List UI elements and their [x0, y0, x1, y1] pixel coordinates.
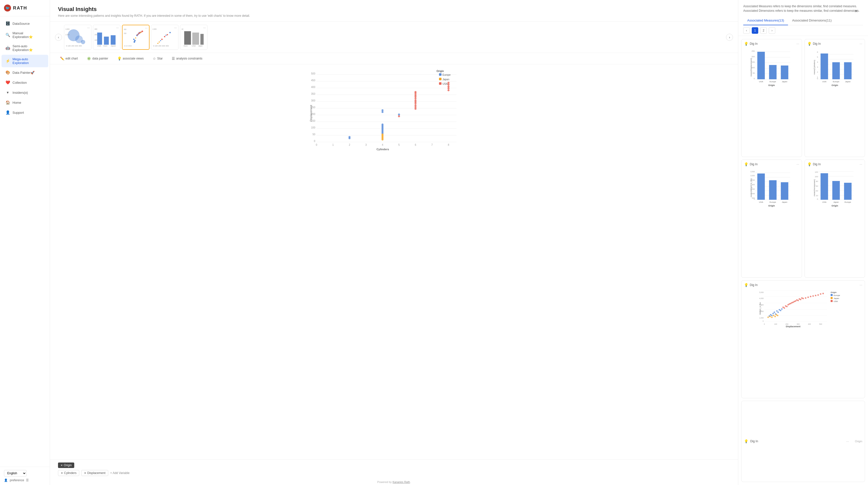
dig-card-2-header: 💡 Dig In — [807, 42, 863, 46]
thumbnail-4[interactable]: 0 100 200 300 400 2,000 ··· — [151, 25, 179, 50]
dig-icon-2: 💡 — [807, 42, 811, 46]
page-1-button[interactable]: 1 — [752, 27, 758, 34]
thumbnail-5[interactable]: Euro USA Japan 10 ··· — [180, 25, 208, 50]
svg-point-262 — [807, 297, 809, 298]
svg-text:4,000: 4,000 — [65, 28, 70, 30]
svg-text:0: 0 — [754, 198, 755, 200]
thumb-4-dots[interactable]: ··· — [174, 26, 177, 30]
panel-tabs: Associated Measures(13) Associated Dimen… — [743, 16, 863, 25]
collection-icon: ❤️ — [5, 80, 10, 85]
pagination-next-button[interactable]: › — [769, 27, 775, 34]
svg-text:1,000: 1,000 — [750, 193, 755, 194]
dig-card-3-menu[interactable]: ··· — [797, 162, 799, 166]
svg-text:80: 80 — [816, 180, 818, 182]
svg-text:5,000: 5,000 — [759, 292, 764, 293]
tab-associated-dimensions[interactable]: Associated Dimensions(11) — [788, 16, 836, 25]
dig-card-4-menu[interactable]: ··· — [860, 162, 862, 166]
svg-text:3,000: 3,000 — [759, 304, 764, 306]
svg-text:Euro: Euro — [103, 45, 107, 47]
sidebar-item-megaauto[interactable]: ⚡ Mega-auto Exploration — [1, 55, 48, 67]
svg-point-272 — [796, 299, 798, 301]
svg-point-247 — [771, 316, 773, 318]
svg-point-22 — [138, 32, 140, 34]
next-thumb-button[interactable]: › — [726, 34, 733, 41]
thumbnail-3[interactable]: 0 2 4 6 8 400 200 ··· — [122, 25, 150, 50]
thumb-5-dots[interactable]: ··· — [203, 26, 206, 30]
svg-rect-79 — [439, 73, 441, 76]
sidebar-item-datasource[interactable]: 🗄️ DataSource — [1, 19, 48, 28]
svg-point-106 — [414, 99, 416, 101]
thumbnail-2[interactable]: USA Euro Japan 400 200 100 ··· — [93, 25, 121, 50]
pagination-prev-button[interactable]: ‹ — [743, 27, 750, 34]
svg-text:Europe: Europe — [770, 201, 776, 203]
kanaries-link[interactable]: Kanaries Rath — [393, 481, 410, 484]
displacement-tag-label: Displacement — [87, 471, 105, 475]
dig-card-5-menu[interactable]: ··· — [860, 283, 862, 287]
svg-point-26 — [135, 37, 136, 38]
dig-card-3: 💡 Dig In ··· Origin mean(Weight_in_lbs) … — [741, 159, 802, 277]
thumb-1-dots[interactable]: ··· — [87, 26, 90, 30]
sidebar-item-datapainter[interactable]: 🎨 Data Painter🚀 — [1, 68, 48, 77]
panel-close-button[interactable]: ✕ — [853, 8, 859, 14]
svg-point-30 — [157, 43, 158, 44]
dig-card-1-menu[interactable]: ··· — [797, 42, 799, 46]
origin-tag[interactable]: ✕ Origin — [58, 462, 74, 468]
svg-text:USA: USA — [822, 81, 827, 83]
svg-text:6: 6 — [817, 51, 818, 53]
sidebar-item-collection[interactable]: ❤️ Collection — [1, 78, 48, 87]
svg-point-244 — [781, 308, 783, 310]
tab-associated-measures[interactable]: Associated Measures(13) — [743, 16, 788, 25]
associate-views-icon: 💡 — [117, 57, 122, 61]
thumb-2-dots[interactable]: ··· — [116, 26, 119, 30]
svg-point-242 — [779, 309, 780, 310]
sidebar-item-semiauto[interactable]: 🤖 Semi-auto Exploration⭐ — [1, 42, 48, 54]
data-painter-label: data painter — [92, 57, 108, 60]
svg-text:500: 500 — [311, 72, 315, 75]
language-select[interactable]: English — [4, 470, 27, 477]
svg-text:USA: USA — [822, 201, 827, 203]
svg-text:Euro: Euro — [184, 45, 188, 47]
sidebar-item-insiders[interactable]: ▾ Insiders(α) — [1, 88, 48, 97]
svg-text:450: 450 — [311, 79, 315, 82]
svg-point-252 — [782, 306, 784, 308]
svg-text:100: 100 — [774, 323, 777, 325]
svg-rect-210 — [831, 297, 833, 299]
displacement-remove-icon[interactable]: ✕ — [84, 472, 86, 475]
main-chart: Displacement 0 50 100 150 200 250 300 35… — [58, 68, 730, 153]
add-variable-button[interactable]: + Add Variable — [110, 471, 130, 475]
svg-point-2 — [81, 40, 85, 44]
sidebar-item-manual[interactable]: 🔍 Manual Exploration⭐ — [1, 29, 48, 41]
edit-chart-button[interactable]: ✏️ edit chart — [58, 56, 80, 61]
svg-point-109 — [414, 94, 416, 96]
origin-remove-icon[interactable]: ✕ — [61, 464, 63, 467]
megaauto-icon: ⚡ — [5, 59, 10, 63]
prev-thumb-button[interactable]: ‹ — [55, 34, 62, 41]
svg-point-238 — [774, 311, 775, 313]
dig-card-2-menu[interactable]: ··· — [860, 42, 862, 46]
svg-text:500: 500 — [819, 323, 822, 325]
svg-text:Europe: Europe — [833, 81, 839, 83]
displacement-tag[interactable]: ✕ Displacement — [81, 470, 108, 476]
datapainter-icon: 🎨 — [5, 70, 10, 75]
cylinders-remove-icon[interactable]: ✕ — [61, 472, 63, 475]
user-icon: 👤 — [4, 479, 8, 482]
sidebar-item-support[interactable]: 👤 Support — [1, 108, 48, 117]
dig-card-4-chart: Origin mean(Horsepower) 120 100 80 60 40… — [807, 168, 863, 208]
sidebar-item-home[interactable]: 🏠 Home — [1, 98, 48, 107]
cylinders-tag[interactable]: ✕ Cylinders — [58, 470, 79, 476]
semiauto-icon: 🤖 — [5, 46, 10, 50]
svg-point-118 — [381, 111, 383, 113]
page-2-button[interactable]: 2 — [760, 27, 767, 34]
preference-row[interactable]: 👤 preference ☰ — [4, 479, 46, 482]
data-painter-button[interactable]: ✳️ data painter — [85, 56, 110, 61]
svg-text:0    2    4    6    8: 0 2 4 6 8 — [124, 45, 131, 47]
associate-views-button[interactable]: 💡 associate views — [115, 56, 146, 61]
analysis-constraints-button[interactable]: ☰ analysis constraints — [170, 56, 205, 61]
svg-text:2: 2 — [349, 144, 350, 146]
svg-point-266 — [817, 294, 819, 296]
svg-text:1: 1 — [332, 144, 334, 146]
thumb-3-dots[interactable]: ··· — [145, 26, 148, 30]
dig-card-6-menu[interactable]: ··· — [846, 439, 849, 443]
thumbnail-1[interactable]: 0 100 200 300 400 4,000 2,000 ··· — [64, 25, 92, 50]
star-button[interactable]: ☆ Star — [151, 56, 165, 61]
